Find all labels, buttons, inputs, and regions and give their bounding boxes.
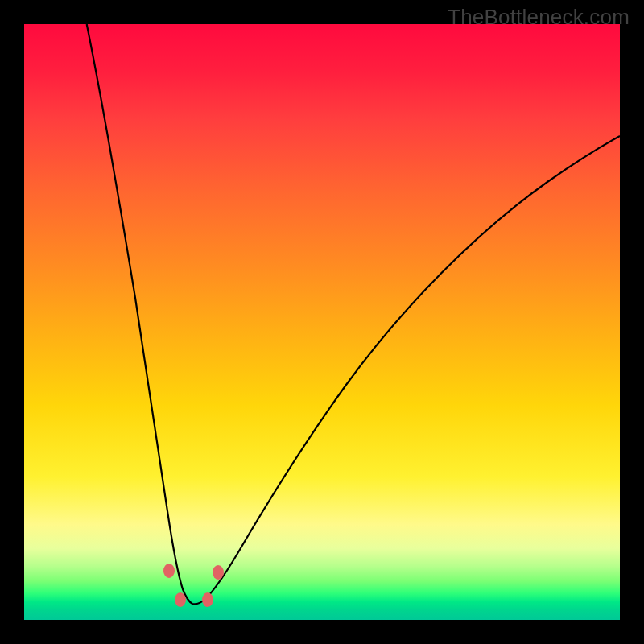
marker-dot [202,592,213,607]
watermark-text: TheBottleneck.com [448,5,630,30]
chart-container: { "watermark": "TheBottleneck.com", "cha… [0,0,644,644]
marker-dot [175,592,186,607]
bottleneck-curve [87,24,620,604]
marker-dot [213,565,224,580]
plot-area [24,24,620,620]
marker-group [163,564,224,607]
marker-dot [163,564,175,578]
curve-svg [24,24,620,620]
